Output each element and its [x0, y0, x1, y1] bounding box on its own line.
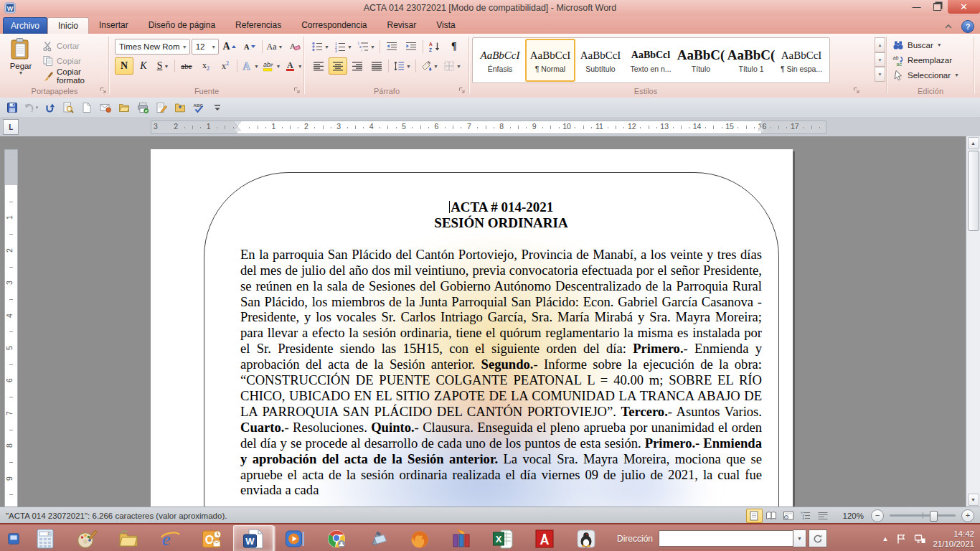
numbering-button[interactable]: 123▼ [332, 38, 354, 55]
first-line-indent-marker[interactable] [234, 121, 241, 126]
taskbar-pinned-app-button[interactable] [4, 525, 24, 551]
vertical-scrollbar[interactable]: ▲ ▼ [966, 136, 980, 507]
show-hidden-icons-button[interactable]: ▲ [882, 535, 889, 542]
tab-insertar[interactable]: Insertar [89, 17, 138, 33]
tab-stop-selector[interactable]: L [3, 119, 19, 135]
qat-spelling-grammar-button[interactable]: ABC [189, 100, 208, 116]
format-painter-button[interactable]: Copiar formato [40, 68, 109, 83]
clear-formatting-button[interactable]: A [286, 38, 304, 55]
font-color-button[interactable]: A▼ [283, 57, 304, 75]
copy-button[interactable]: Copiar [40, 53, 109, 68]
taskbar-outlook-button[interactable]: O [192, 525, 232, 551]
document-page[interactable]: ACTA # 014-2021 SESIÓN ORDINARIA En la p… [151, 149, 793, 507]
taskbar-chrome-button[interactable] [316, 525, 357, 551]
taskbar-excel-button[interactable]: X [483, 525, 523, 551]
qat-special-folder-button[interactable]: * [171, 100, 189, 116]
qat-redo-button[interactable] [40, 100, 59, 116]
horizontal-ruler[interactable]: 3211234567891011121314151617 [151, 121, 826, 134]
change-case-button[interactable]: Aa▼ [265, 38, 284, 55]
underline-button[interactable]: S▼ [154, 57, 172, 75]
font-size-combo[interactable]: 12▼ [192, 39, 219, 55]
document-content[interactable]: ACTA # 014-2021 SESIÓN ORDINARIA En la p… [240, 199, 762, 498]
sort-button[interactable]: AZ [425, 38, 444, 55]
network-icon[interactable] [914, 533, 925, 545]
taskbar-winrar-button[interactable] [441, 525, 481, 551]
styles-dialog-launcher[interactable] [852, 86, 861, 95]
taskbar-paint-button[interactable] [67, 525, 107, 551]
qat-quick-print-button[interactable] [133, 100, 152, 116]
qat-send-mail-button[interactable] [96, 100, 115, 116]
increase-indent-button[interactable] [402, 38, 420, 55]
bullets-button[interactable]: ▼ [309, 38, 331, 55]
address-dropdown[interactable]: ▼ [793, 529, 806, 547]
qat-print-preview-button[interactable] [59, 100, 77, 116]
taskbar-calculator-button[interactable]: 0 [25, 525, 65, 551]
zoom-slider[interactable] [890, 514, 956, 517]
view-web-layout-button[interactable] [781, 509, 797, 523]
italic-button[interactable]: K [134, 57, 153, 75]
action-center-flag-icon[interactable] [895, 533, 907, 545]
cut-button[interactable]: Cortar [40, 38, 109, 53]
buscar-button[interactable]: Buscar▼ [890, 37, 962, 52]
decrease-indent-button[interactable] [382, 38, 401, 55]
minimize-button[interactable]: — [906, 0, 927, 14]
paste-button[interactable]: Pegar ▼ [4, 37, 37, 85]
view-print-layout-button[interactable] [746, 509, 763, 523]
view-draft-button[interactable] [815, 509, 831, 523]
qat-save-button[interactable] [3, 100, 22, 116]
qat-open-button[interactable] [115, 100, 133, 116]
style--normal[interactable]: AaBbCcI¶ Normal [525, 39, 575, 82]
tab-correspondencia[interactable]: Correspondencia [291, 17, 377, 33]
right-indent-marker[interactable] [758, 126, 765, 131]
styles-scroll-down[interactable]: ▼ [875, 52, 885, 67]
qat-toolbar-options-button[interactable] [208, 100, 227, 116]
strikethrough-button[interactable]: abe [177, 57, 196, 75]
font-name-combo[interactable]: Times New Rom▼ [115, 39, 190, 55]
superscript-button[interactable]: x2 [216, 57, 235, 75]
tab-vista[interactable]: Vista [426, 17, 465, 33]
tab-archivo[interactable]: Archivo [3, 17, 47, 34]
clipboard-dialog-launcher[interactable] [99, 86, 108, 95]
taskbar-firefox-button[interactable] [400, 525, 440, 551]
taskbar-windows-explorer-button[interactable] [108, 525, 149, 551]
zoom-in-button[interactable]: + [961, 509, 974, 522]
tab-referencias[interactable]: Referencias [225, 17, 291, 33]
close-button[interactable]: ✕ [948, 0, 980, 14]
shrink-font-button[interactable]: A [240, 38, 259, 55]
tab-inicio[interactable]: Inicio [47, 17, 89, 34]
taskbar-internet-explorer-button[interactable]: e [150, 525, 190, 551]
scroll-up-button[interactable]: ▲ [968, 137, 979, 149]
hanging-indent-marker[interactable] [234, 126, 241, 131]
qat-undo-button[interactable]: ▼ [22, 100, 40, 116]
taskbar-java-app-button[interactable] [566, 525, 606, 551]
shading-button[interactable]: ▼ [418, 57, 440, 75]
view-fullscreen-reading-button[interactable] [763, 509, 780, 523]
tab-revisar[interactable]: Revisar [377, 17, 427, 33]
borders-button[interactable]: ▼ [441, 57, 463, 75]
style-énfasis[interactable]: AaBbCcIÉnfasis [475, 39, 525, 82]
justify-button[interactable] [367, 57, 386, 75]
zoom-level[interactable]: 120% [843, 512, 864, 520]
line-spacing-button[interactable]: ▼ [391, 57, 413, 75]
style-subtítulo[interactable]: AaBbCcISubtítulo [575, 39, 626, 82]
subscript-button[interactable]: x2 [197, 57, 215, 75]
highlight-button[interactable]: ab▼ [261, 57, 282, 75]
zoom-out-button[interactable]: − [871, 509, 884, 522]
view-outline-button[interactable] [798, 509, 814, 523]
scroll-down-button[interactable]: ▼ [968, 494, 979, 506]
multilevel-list-button[interactable]: 1ai▼ [355, 38, 377, 55]
text-effects-button[interactable]: A▼ [240, 57, 260, 75]
tab-dise-o-de-p-gina[interactable]: Diseño de página [138, 17, 225, 33]
scrollbar-thumb[interactable] [968, 151, 979, 231]
qat-new-document-button[interactable] [77, 100, 96, 116]
align-left-button[interactable] [309, 57, 328, 75]
style--sin-espa-[interactable]: AaBbCcI¶ Sin espa... [776, 39, 826, 82]
style-texto-en-n-[interactable]: AaBbCclTexto en n... [626, 39, 676, 82]
status-bar[interactable]: "ACTA 014 23072021": 6.266 caracteres (v… [0, 507, 980, 524]
paragraph-dialog-launcher[interactable] [458, 86, 466, 95]
seleccionar-button[interactable]: Seleccionar▼ [890, 67, 962, 83]
window-titlebar[interactable]: W ACTA 014 23072021 [Modo de compatibili… [0, 0, 980, 16]
taskbar-word-button[interactable]: W [233, 525, 273, 551]
restore-button[interactable] [927, 0, 948, 14]
styles-scroll-up[interactable]: ▲ [875, 37, 885, 52]
